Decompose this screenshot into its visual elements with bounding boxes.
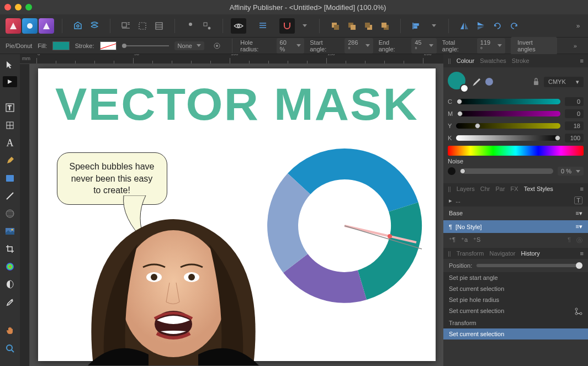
snapping-dropdown[interactable] <box>296 18 311 34</box>
text-style-t-icon[interactable]: T <box>574 197 582 204</box>
panel-menu-icon[interactable]: ≡ <box>580 250 584 257</box>
fill-swatch[interactable] <box>52 41 69 50</box>
crop-tool-icon[interactable] <box>4 243 16 255</box>
tab-fx[interactable]: FX <box>511 185 518 192</box>
add-paragraph-style-icon[interactable]: ⁺¶ <box>449 236 455 245</box>
history-item[interactable]: Set pie start angle <box>443 272 588 283</box>
history-position-slider[interactable] <box>476 264 582 267</box>
fill-tool-icon[interactable] <box>4 261 16 273</box>
add-style-icon[interactable]: ⁺S <box>473 236 480 245</box>
show-text-wrap-icon[interactable] <box>135 18 150 34</box>
donut-chart[interactable] <box>259 140 430 311</box>
eyedropper-icon[interactable] <box>472 77 481 86</box>
no-style-row[interactable]: ¶[No Style]≡▾ <box>443 220 588 233</box>
expand-icon[interactable]: ▸ <box>449 197 452 204</box>
history-item[interactable]: Set current selection <box>443 328 588 340</box>
align-paragraph-icon[interactable] <box>255 18 271 34</box>
contextbar-overflow-icon[interactable]: » <box>568 38 582 54</box>
tab-text-styles[interactable]: Text Styles <box>524 185 553 192</box>
tab-history[interactable]: History <box>521 250 540 257</box>
colour-mode-select[interactable]: CMYK▾ <box>544 77 584 87</box>
tab-navigator[interactable]: Navigator <box>489 250 515 257</box>
tab-layers[interactable]: Layers <box>457 185 475 192</box>
rectangle-tool-icon[interactable] <box>4 172 16 184</box>
tab-stroke[interactable]: Stroke <box>512 57 529 64</box>
history-item[interactable]: Set current selection <box>443 305 588 317</box>
tab-par[interactable]: Par <box>495 185 505 192</box>
add-char-style-icon[interactable]: ⁺a <box>461 236 468 245</box>
align-left-icon[interactable] <box>409 18 424 34</box>
spectrum-bar[interactable] <box>448 146 584 156</box>
snapping-icon[interactable] <box>279 18 295 34</box>
rotate-ccw-icon[interactable] <box>490 18 505 34</box>
history-item[interactable]: Set current selection <box>443 283 588 294</box>
photo-image[interactable] <box>66 211 281 365</box>
align-dropdown[interactable] <box>425 18 441 34</box>
maximize-window-button[interactable] <box>25 4 32 10</box>
colour-picker-circle[interactable] <box>448 72 468 92</box>
tab-colour[interactable]: Colour <box>457 57 474 64</box>
stock-icon[interactable] <box>87 18 102 34</box>
k-value[interactable]: 100 <box>565 134 584 142</box>
canvas-area[interactable]: VECTOR MASK Speech bubbles have never be… <box>30 64 443 366</box>
page[interactable]: VECTOR MASK Speech bubbles have never be… <box>38 68 436 361</box>
stroke-width-value[interactable]: None <box>174 41 204 50</box>
panel-menu-icon[interactable]: ≡ <box>580 185 584 192</box>
stroke-width-slider[interactable] <box>122 45 169 46</box>
base-row[interactable]: Base≡▾ <box>443 206 588 220</box>
close-window-button[interactable] <box>4 4 11 10</box>
transparency-tool-icon[interactable] <box>4 278 16 290</box>
artistic-text-tool-icon[interactable]: A <box>4 137 16 149</box>
start-angle-value[interactable]: 286 ° <box>345 38 373 54</box>
vertical-ruler[interactable] <box>20 64 30 366</box>
persona-photo-icon[interactable] <box>22 18 38 34</box>
history-item[interactable]: Transform <box>443 317 588 328</box>
total-angle-value[interactable]: 119 ° <box>477 38 505 54</box>
lock-icon[interactable] <box>533 78 539 86</box>
heading-text[interactable]: VECTOR MASK <box>30 68 443 130</box>
c-value[interactable]: 0 <box>565 97 584 106</box>
pin-icon[interactable] <box>183 18 198 34</box>
preview-mode-icon[interactable] <box>231 18 246 34</box>
assets-icon[interactable] <box>70 18 86 34</box>
tab-transform[interactable]: Transform <box>457 250 484 257</box>
pin-float-icon[interactable] <box>199 18 215 34</box>
invert-angles-button[interactable]: Invert angles <box>511 37 557 55</box>
text-wrap-icon[interactable] <box>118 18 134 34</box>
minimize-window-button[interactable] <box>15 4 22 10</box>
zoom-tool-icon[interactable] <box>4 342 16 354</box>
picture-frame-tool-icon[interactable] <box>4 225 16 237</box>
move-backward-icon[interactable] <box>344 18 359 34</box>
pen-tool-icon[interactable] <box>4 155 16 167</box>
node-tool-icon[interactable] <box>3 76 17 87</box>
history-item[interactable]: Set pie hole radius <box>443 294 588 305</box>
table-tool-icon[interactable] <box>4 119 16 131</box>
move-tool-icon[interactable] <box>4 59 16 71</box>
hole-radius-value[interactable]: 60 % <box>277 38 305 54</box>
persona-designer-icon[interactable] <box>39 18 54 34</box>
move-front-icon[interactable] <box>377 18 393 34</box>
shape-tool-icon[interactable] <box>4 208 16 220</box>
eyedropper-tool-icon[interactable] <box>4 296 16 308</box>
flip-horizontal-icon[interactable] <box>457 18 472 34</box>
persona-publisher-icon[interactable] <box>6 18 21 34</box>
noise-value[interactable]: 0 % <box>558 167 584 176</box>
move-back-icon[interactable] <box>327 18 343 34</box>
stroke-settings-icon[interactable] <box>210 38 224 54</box>
stroke-swatch[interactable] <box>100 41 116 50</box>
hand-tool-icon[interactable] <box>4 325 16 337</box>
baseline-grid-icon[interactable] <box>151 18 167 34</box>
tab-swatches[interactable]: Swatches <box>480 57 506 64</box>
move-forward-icon[interactable] <box>361 18 376 34</box>
horizontal-ruler[interactable]: mm 050100150200 <box>20 54 443 64</box>
line-tool-icon[interactable] <box>4 190 16 202</box>
panel-menu-icon[interactable]: ≡ <box>580 57 584 64</box>
end-angle-value[interactable]: 45 ° <box>411 38 437 54</box>
rotate-cw-icon[interactable] <box>506 18 522 34</box>
text-frame-tool-icon[interactable]: T <box>4 102 16 114</box>
tab-chr[interactable]: Chr <box>480 185 490 192</box>
m-value[interactable]: 0 <box>565 109 584 118</box>
flip-vertical-icon[interactable] <box>473 18 489 34</box>
y-value[interactable]: 18 <box>565 121 584 130</box>
toolbar-overflow-icon[interactable]: » <box>570 18 586 34</box>
